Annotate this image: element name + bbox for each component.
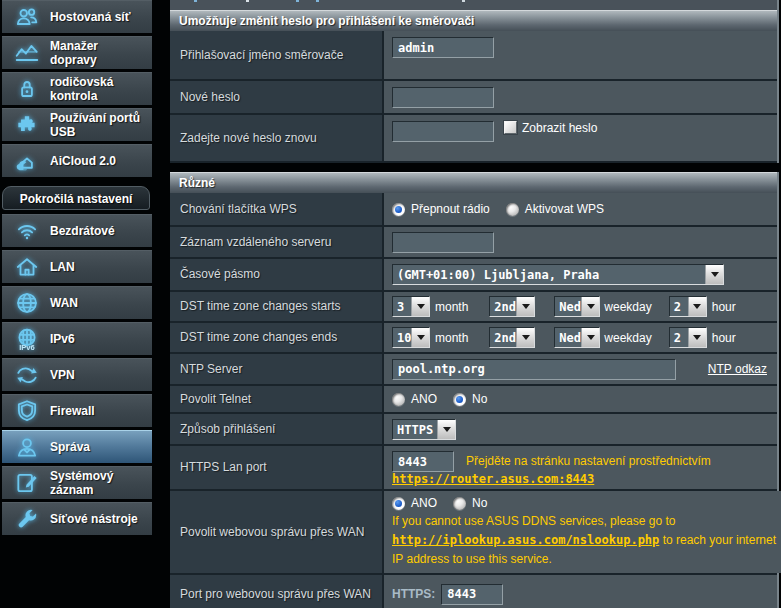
ntp-server-label: NTP Server [170,354,384,384]
login-name-row: Přihlašovací jméno směrovače [170,31,777,81]
house-icon [13,252,41,282]
dropdown-arrow-icon [688,328,706,347]
dst-end-month-value: 10 [393,328,411,347]
sidebar-item-traffic-manager[interactable]: Manažer dopravy [2,36,152,69]
wan-access-no-label: No [472,496,487,510]
weekday-suffix: weekday [604,300,651,314]
ntp-server-input[interactable] [392,359,676,380]
sidebar-item-label: Správa [50,440,94,454]
sidebar-item-label: LAN [50,260,79,274]
remote-log-label: Záznam vzdáleného serveru [170,227,384,257]
sidebar-item-wireless[interactable]: Bezdrátové [2,214,152,247]
month-suffix: month [435,331,468,345]
artifact-mark [316,0,319,2]
iplookup-link[interactable]: http://iplookup.asus.com/nslookup.php [392,533,659,547]
dropdown-arrow-icon [705,265,723,284]
router-settings-link[interactable]: https://router.asus.com:8443 [392,472,594,486]
sidebar-item-ipv6[interactable]: IPv6 IPv6 [2,322,152,355]
globe-icon [13,288,41,318]
new-password-row: Nové heslo [170,81,777,115]
wan-port-protocol-label: HTTPS: [392,587,435,601]
timezone-label: Časové pásmo [170,259,384,290]
cropped-content-strip [170,0,779,10]
sidebar-item-label: Firewall [50,404,99,418]
login-name-input[interactable] [392,37,494,58]
artifact-mark [246,0,249,2]
sidebar-item-label: Používání portů USB [50,111,152,139]
dst-start-week-value: 2nd [490,297,516,316]
dst-end-week-select[interactable]: 2nd [489,327,535,348]
auth-method-value: HTTPS [393,420,437,439]
miscellaneous-panel-title: Různé [170,172,777,193]
dropdown-arrow-icon [437,420,455,439]
dst-start-hour-value: 2 [670,297,688,316]
dropdown-arrow-icon [688,297,706,316]
retype-password-label: Zadejte nové heslo znovu [170,115,384,161]
new-password-label: Nové heslo [170,81,384,113]
wifi-icon [13,216,41,246]
sidebar-item-vpn[interactable]: VPN [2,358,152,391]
dst-end-month-select[interactable]: 10 [392,327,430,348]
sidebar-item-network-tools[interactable]: Síťové nástroje [2,502,152,535]
dst-end-hour-select[interactable]: 2 [669,327,707,348]
wan-web-port-input[interactable] [441,584,503,605]
timezone-select[interactable]: (GMT+01:00) Ljubljana, Praha [392,264,724,285]
dst-end-weekday-select[interactable]: Ned [554,327,600,348]
sidebar-item-firewall[interactable]: Firewall [2,394,152,427]
dropdown-arrow-icon [411,297,429,316]
dst-end-week-value: 2nd [490,328,516,347]
wps-activate-radio[interactable] [506,203,519,216]
sidebar-item-usb-application[interactable]: Používání portů USB [2,108,152,141]
auth-method-label: Způsob přihlášení [170,414,384,444]
sidebar-item-label: WAN [50,296,82,310]
https-lan-port-hint: Přejděte na stránku nastavení prostředni… [466,452,711,471]
https-lan-port-input[interactable] [392,451,454,472]
ntp-link[interactable]: NTP odkaz [708,362,767,376]
dst-start-weekday-value: Ned [555,297,581,316]
sidebar-item-parental-controls[interactable]: rodičovská kontrola [2,72,152,105]
dst-start-week-select[interactable]: 2nd [489,296,535,317]
sidebar-item-label: rodičovská kontrola [50,75,152,103]
dst-start-weekday-select[interactable]: Ned [554,296,600,317]
wan-access-yes-radio[interactable] [392,497,405,510]
timezone-row: Časové pásmo (GMT+01:00) Ljubljana, Prah… [170,259,777,292]
sidebar-item-guest-network[interactable]: Hostovaná síť [2,0,152,33]
telnet-yes-radio[interactable] [392,393,405,406]
dropdown-arrow-icon [516,297,534,316]
sidebar-item-label: Bezdrátové [50,224,119,238]
sidebar-item-system-log[interactable]: Systémový záznam [2,466,152,499]
sidebar-item-aicloud[interactable]: AiCloud 2.0 [2,144,152,177]
wps-toggle-radio[interactable] [392,203,405,216]
dst-start-month-value: 3 [393,297,411,316]
wps-activate-radio-label: Aktivovat WPS [525,202,604,216]
retype-password-input[interactable] [392,121,494,142]
hour-suffix: hour [712,331,736,345]
sidebar-item-wan[interactable]: WAN [2,286,152,319]
dropdown-arrow-icon [581,328,599,347]
login-name-label: Přihlašovací jméno směrovače [170,31,384,79]
wan-access-no-radio[interactable] [453,497,466,510]
https-lan-port-label: HTTPS Lan port [170,446,384,489]
wps-behavior-row: Chování tlačítka WPS Přepnout rádio Akti… [170,193,777,227]
dst-start-hour-select[interactable]: 2 [669,296,707,317]
miscellaneous-panel: Různé Chování tlačítka WPS Přepnout rádi… [170,172,779,608]
sidebar-item-label: Manažer dopravy [50,39,152,67]
wan-access-note-before: If you cannot use ASUS DDNS services, pl… [392,514,675,528]
ipv6-globe-icon: IPv6 [13,324,41,354]
telnet-no-radio[interactable] [453,393,466,406]
new-password-input[interactable] [392,87,494,108]
auth-method-select[interactable]: HTTPS [392,419,456,440]
wan-web-access-row: Povolit webovou správu přes WAN ANO No I… [170,491,777,575]
sidebar-item-administration[interactable]: Správa [2,430,152,463]
dropdown-arrow-icon [581,297,599,316]
show-password-checkbox[interactable] [504,121,517,134]
remote-log-input[interactable] [392,232,494,253]
sidebar-section-advanced-settings: Pokročilá nastavení [2,186,150,210]
sidebar-item-lan[interactable]: LAN [2,250,152,283]
hour-suffix: hour [712,300,736,314]
dst-start-label: DST time zone changes starts [170,292,384,321]
dst-start-month-select[interactable]: 3 [392,296,430,317]
https-lan-port-row: HTTPS Lan port Přejděte na stránku nasta… [170,446,777,491]
person-icon [13,432,41,462]
telnet-label: Povolit Telnet [170,386,384,412]
